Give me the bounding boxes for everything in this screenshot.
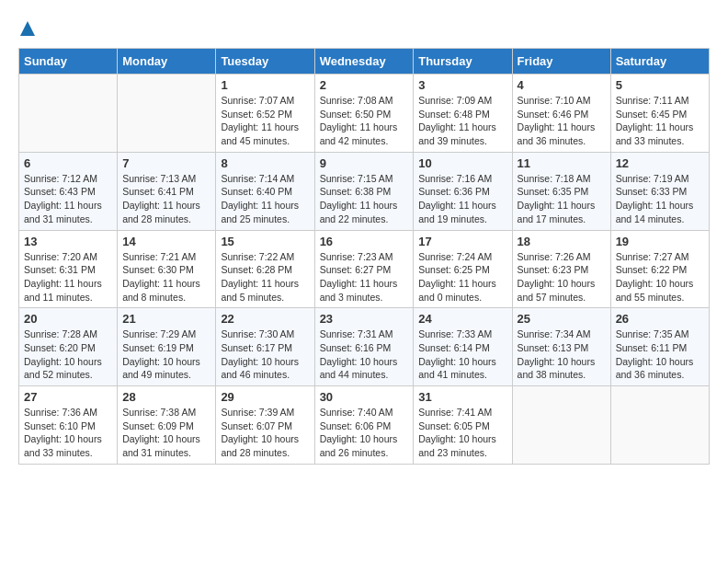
sunrise-text: Sunrise: 7:08 AM — [320, 95, 393, 106]
cell-content: Sunrise: 7:13 AM Sunset: 6:41 PM Dayligh… — [122, 172, 210, 226]
sunset-text: Sunset: 6:13 PM — [518, 342, 589, 353]
day-number: 18 — [518, 235, 606, 248]
sunset-text: Sunset: 6:35 PM — [518, 186, 589, 197]
sunrise-text: Sunrise: 7:41 AM — [418, 407, 492, 418]
daylight-text: Daylight: 10 hours and 55 minutes. — [616, 278, 694, 303]
daylight-text: Daylight: 10 hours and 57 minutes. — [518, 278, 596, 303]
sunrise-text: Sunrise: 7:16 AM — [418, 173, 492, 184]
sunset-text: Sunset: 6:25 PM — [418, 264, 490, 275]
calendar-cell: 24 Sunrise: 7:33 AM Sunset: 6:14 PM Dayl… — [414, 308, 512, 386]
daylight-text: Daylight: 10 hours and 38 minutes. — [518, 356, 596, 381]
daylight-text: Daylight: 11 hours and 3 minutes. — [320, 278, 398, 303]
daylight-text: Daylight: 10 hours and 46 minutes. — [221, 356, 299, 381]
day-number: 22 — [221, 312, 309, 326]
calendar-cell: 11 Sunrise: 7:18 AM Sunset: 6:35 PM Dayl… — [512, 152, 610, 230]
sunset-text: Sunset: 6:38 PM — [320, 186, 392, 197]
day-number: 11 — [518, 156, 606, 170]
calendar-cell: 4 Sunrise: 7:10 AM Sunset: 6:46 PM Dayli… — [512, 75, 610, 153]
cell-content: Sunrise: 7:39 AM Sunset: 6:07 PM Dayligh… — [221, 406, 309, 460]
cell-content: Sunrise: 7:40 AM Sunset: 6:06 PM Dayligh… — [320, 406, 409, 460]
daylight-text: Daylight: 11 hours and 8 minutes. — [122, 278, 200, 303]
cell-content: Sunrise: 7:11 AM Sunset: 6:45 PM Dayligh… — [616, 94, 704, 148]
cell-content: Sunrise: 7:29 AM Sunset: 6:19 PM Dayligh… — [122, 327, 210, 382]
logo-triangle-icon — [19, 18, 36, 42]
calendar-cell: 16 Sunrise: 7:23 AM Sunset: 6:27 PM Dayl… — [314, 230, 414, 308]
daylight-text: Daylight: 11 hours and 0 minutes. — [418, 278, 496, 303]
header-thursday: Thursday — [414, 49, 512, 75]
calendar-week-row: 20 Sunrise: 7:28 AM Sunset: 6:20 PM Dayl… — [19, 308, 710, 386]
sunset-text: Sunset: 6:19 PM — [122, 342, 194, 353]
cell-content: Sunrise: 7:38 AM Sunset: 6:09 PM Dayligh… — [122, 406, 210, 460]
sunset-text: Sunset: 6:09 PM — [122, 420, 194, 431]
svg-marker-0 — [20, 21, 35, 36]
calendar-cell: 20 Sunrise: 7:28 AM Sunset: 6:20 PM Dayl… — [19, 308, 118, 386]
sunset-text: Sunset: 6:50 PM — [320, 109, 392, 120]
calendar-cell: 13 Sunrise: 7:20 AM Sunset: 6:31 PM Dayl… — [19, 230, 118, 308]
calendar-cell: 19 Sunrise: 7:27 AM Sunset: 6:22 PM Dayl… — [610, 230, 709, 308]
sunset-text: Sunset: 6:40 PM — [221, 186, 292, 197]
header-wednesday: Wednesday — [314, 49, 414, 75]
sunrise-text: Sunrise: 7:35 AM — [616, 328, 689, 339]
day-number: 30 — [320, 390, 409, 404]
daylight-text: Daylight: 11 hours and 11 minutes. — [24, 278, 102, 303]
calendar-week-row: 13 Sunrise: 7:20 AM Sunset: 6:31 PM Dayl… — [19, 230, 710, 308]
day-number: 6 — [24, 156, 112, 170]
daylight-text: Daylight: 10 hours and 28 minutes. — [221, 433, 299, 458]
sunrise-text: Sunrise: 7:26 AM — [518, 251, 591, 262]
header-friday: Friday — [512, 49, 610, 75]
calendar-cell — [19, 75, 118, 153]
daylight-text: Daylight: 10 hours and 49 minutes. — [122, 356, 200, 381]
cell-content: Sunrise: 7:24 AM Sunset: 6:25 PM Dayligh… — [418, 250, 506, 304]
calendar-cell: 22 Sunrise: 7:30 AM Sunset: 6:17 PM Dayl… — [216, 308, 314, 386]
sunrise-text: Sunrise: 7:19 AM — [616, 173, 689, 184]
day-number: 8 — [221, 156, 309, 170]
day-number: 31 — [418, 390, 506, 404]
calendar-cell: 9 Sunrise: 7:15 AM Sunset: 6:38 PM Dayli… — [314, 152, 414, 230]
daylight-text: Daylight: 10 hours and 41 minutes. — [418, 356, 496, 381]
calendar-cell: 8 Sunrise: 7:14 AM Sunset: 6:40 PM Dayli… — [216, 152, 314, 230]
sunrise-text: Sunrise: 7:07 AM — [221, 95, 294, 106]
day-number: 9 — [320, 156, 409, 170]
sunset-text: Sunset: 6:33 PM — [616, 186, 688, 197]
sunset-text: Sunset: 6:06 PM — [320, 420, 392, 431]
day-number: 21 — [122, 312, 210, 326]
cell-content: Sunrise: 7:22 AM Sunset: 6:28 PM Dayligh… — [221, 250, 309, 304]
daylight-text: Daylight: 10 hours and 33 minutes. — [24, 433, 102, 458]
day-number: 15 — [221, 235, 309, 248]
sunset-text: Sunset: 6:45 PM — [616, 109, 688, 120]
day-number: 1 — [221, 78, 309, 92]
sunrise-text: Sunrise: 7:11 AM — [616, 95, 689, 106]
day-number: 26 — [616, 312, 704, 326]
calendar-cell: 2 Sunrise: 7:08 AM Sunset: 6:50 PM Dayli… — [314, 75, 414, 153]
sunrise-text: Sunrise: 7:22 AM — [221, 251, 294, 262]
calendar-cell: 6 Sunrise: 7:12 AM Sunset: 6:43 PM Dayli… — [19, 152, 118, 230]
calendar-cell: 10 Sunrise: 7:16 AM Sunset: 6:36 PM Dayl… — [414, 152, 512, 230]
calendar-cell: 31 Sunrise: 7:41 AM Sunset: 6:05 PM Dayl… — [414, 386, 512, 465]
calendar-week-row: 27 Sunrise: 7:36 AM Sunset: 6:10 PM Dayl… — [19, 386, 710, 465]
cell-content: Sunrise: 7:23 AM Sunset: 6:27 PM Dayligh… — [320, 250, 409, 304]
header-sunday: Sunday — [19, 49, 118, 75]
day-number: 27 — [24, 390, 112, 404]
cell-content: Sunrise: 7:30 AM Sunset: 6:17 PM Dayligh… — [221, 327, 309, 382]
daylight-text: Daylight: 11 hours and 31 minutes. — [24, 200, 102, 224]
cell-content: Sunrise: 7:41 AM Sunset: 6:05 PM Dayligh… — [418, 406, 506, 460]
sunset-text: Sunset: 6:43 PM — [24, 186, 96, 197]
calendar-cell: 1 Sunrise: 7:07 AM Sunset: 6:52 PM Dayli… — [216, 75, 314, 153]
sunset-text: Sunset: 6:10 PM — [24, 420, 96, 431]
sunrise-text: Sunrise: 7:33 AM — [418, 328, 492, 339]
day-number: 13 — [24, 235, 112, 248]
cell-content: Sunrise: 7:35 AM Sunset: 6:11 PM Dayligh… — [616, 327, 704, 382]
daylight-text: Daylight: 11 hours and 39 minutes. — [418, 121, 496, 146]
day-number: 25 — [518, 312, 606, 326]
daylight-text: Daylight: 11 hours and 25 minutes. — [221, 200, 299, 224]
calendar-week-row: 1 Sunrise: 7:07 AM Sunset: 6:52 PM Dayli… — [19, 75, 710, 153]
sunrise-text: Sunrise: 7:10 AM — [518, 95, 591, 106]
sunset-text: Sunset: 6:52 PM — [221, 109, 292, 120]
cell-content: Sunrise: 7:08 AM Sunset: 6:50 PM Dayligh… — [320, 94, 409, 148]
calendar-table: SundayMondayTuesdayWednesdayThursdayFrid… — [18, 48, 710, 465]
header-monday: Monday — [118, 49, 216, 75]
cell-content: Sunrise: 7:10 AM Sunset: 6:46 PM Dayligh… — [518, 94, 606, 148]
daylight-text: Daylight: 11 hours and 36 minutes. — [518, 121, 596, 146]
calendar-cell: 26 Sunrise: 7:35 AM Sunset: 6:11 PM Dayl… — [610, 308, 709, 386]
calendar-cell: 27 Sunrise: 7:36 AM Sunset: 6:10 PM Dayl… — [19, 386, 118, 465]
